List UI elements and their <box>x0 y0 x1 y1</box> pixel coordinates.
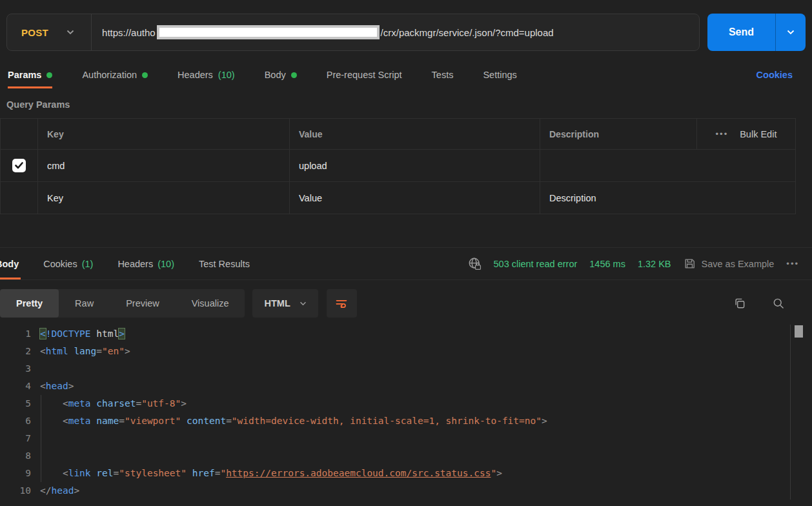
method-label: POST <box>21 27 48 38</box>
search-icon[interactable] <box>772 297 785 310</box>
code-line: 1<!DOCTYPE html> <box>0 325 812 343</box>
tab-label: Authorization <box>82 70 137 80</box>
green-dot-icon <box>291 72 297 78</box>
param-checkbox-cell <box>1 182 38 214</box>
url-container: POST https://autho /crx/packmgr/service/… <box>6 14 700 51</box>
response-body-editor[interactable]: 1<!DOCTYPE html>2<html lang="en">34<head… <box>0 323 812 500</box>
save-as-example-button[interactable]: Save as Example <box>684 258 775 270</box>
send-button-group: Send <box>707 14 806 51</box>
params-menu-icon[interactable]: ••• <box>716 129 729 139</box>
line-number: 6 <box>0 412 31 430</box>
new-key-input[interactable]: Key <box>38 182 290 214</box>
tab-settings[interactable]: Settings <box>483 61 516 88</box>
tab-count: (10) <box>157 259 174 269</box>
code-line: 5 <meta charset="utf-8"> <box>0 395 812 412</box>
response-tabs: Body Cookies (1) Headers (10) Test Resul… <box>0 248 250 279</box>
green-dot-icon <box>46 72 52 78</box>
bulk-edit-button[interactable]: Bulk Edit <box>740 129 776 139</box>
code-line: 6 <meta name="viewport" content="width=d… <box>0 412 812 430</box>
response-panel: Body Cookies (1) Headers (10) Test Resul… <box>0 247 812 500</box>
response-tab-cookies[interactable]: Cookies (1) <box>43 248 93 279</box>
param-key-input[interactable]: cmd <box>38 150 290 182</box>
tab-pre-request-script[interactable]: Pre-request Script <box>327 61 402 88</box>
response-tab-headers[interactable]: Headers (10) <box>117 248 174 279</box>
redaction-box <box>157 25 380 39</box>
value-column-header: Value <box>290 119 540 150</box>
line-number: 5 <box>0 395 31 412</box>
send-button[interactable]: Send <box>707 14 775 51</box>
query-params-title: Query Params <box>6 99 812 110</box>
response-tab-body[interactable]: Body <box>0 248 19 279</box>
line-number: 7 <box>0 430 31 447</box>
green-dot-icon <box>142 72 148 78</box>
response-meta-bar: Body Cookies (1) Headers (10) Test Resul… <box>0 248 812 280</box>
cookies-link[interactable]: Cookies <box>756 70 793 80</box>
line-number: 2 <box>0 343 31 360</box>
scrollbar-thumb[interactable] <box>795 325 803 338</box>
save-as-example-label: Save as Example <box>702 259 775 269</box>
request-bar: POST https://autho /crx/packmgr/service/… <box>0 0 812 61</box>
view-tab-pretty[interactable]: Pretty <box>0 289 59 318</box>
code-tools <box>733 297 799 310</box>
param-value-input[interactable]: upload <box>290 150 540 182</box>
code-line: 10</head> <box>0 482 812 500</box>
wrap-lines-icon <box>335 297 348 310</box>
tab-label: Pre-request Script <box>327 70 402 80</box>
scrollbar-track <box>790 325 791 500</box>
param-checkbox-cell <box>1 150 38 182</box>
description-column-header: Description <box>540 119 697 150</box>
tab-params[interactable]: Params <box>8 61 52 88</box>
tab-label: Headers <box>117 259 153 269</box>
code-line: 2<html lang="en"> <box>0 343 812 360</box>
send-label: Send <box>729 26 754 38</box>
format-select[interactable]: HTML <box>252 289 318 318</box>
tab-label: Headers <box>178 70 213 80</box>
view-tab-raw[interactable]: Raw <box>59 289 110 318</box>
table-row: cmd upload <box>1 150 796 182</box>
response-more-icon[interactable]: ••• <box>786 259 799 268</box>
response-tab-test-results[interactable]: Test Results <box>199 248 250 279</box>
url-input[interactable]: https://autho /crx/packmgr/service/.json… <box>92 25 699 39</box>
line-number: 9 <box>0 465 31 482</box>
param-checkbox-checked[interactable] <box>12 159 26 172</box>
tab-label: Body <box>0 259 19 269</box>
tab-label: Test Results <box>199 259 250 269</box>
copy-icon[interactable] <box>733 297 746 310</box>
tab-label: Cookies <box>43 259 77 269</box>
param-description-input[interactable] <box>540 150 796 182</box>
format-label: HTML <box>264 298 290 309</box>
send-options-button[interactable] <box>775 14 806 51</box>
view-tab-visualize[interactable]: Visualize <box>176 289 245 318</box>
code-line: 4<head> <box>0 378 812 395</box>
tab-label: Settings <box>483 70 516 80</box>
url-prefix: https://autho <box>102 27 156 38</box>
tab-count: (10) <box>218 70 235 80</box>
line-number: 1 <box>0 325 31 343</box>
tab-tests[interactable]: Tests <box>432 61 454 88</box>
code-line: 7 <box>0 430 812 447</box>
code-line: 9 <link rel="stylesheet" href="https://e… <box>0 465 812 482</box>
chevron-down-icon <box>299 301 307 306</box>
method-selector[interactable]: POST <box>7 27 91 38</box>
code-line: 8 <box>0 447 812 465</box>
response-status-bar: 503 client read error 1456 ms 1.32 KB Sa… <box>468 248 799 279</box>
code-line: 3 <box>0 360 812 378</box>
network-globe-lock-icon[interactable] <box>468 257 482 270</box>
new-value-input[interactable]: Value <box>290 182 540 214</box>
tab-body[interactable]: Body <box>265 61 297 88</box>
new-description-input[interactable]: Description <box>540 182 796 214</box>
status-badge[interactable]: 503 client read error <box>494 259 578 269</box>
tab-authorization[interactable]: Authorization <box>82 61 148 88</box>
wrap-lines-button[interactable] <box>327 289 357 318</box>
key-column-header: Key <box>38 119 290 150</box>
tab-headers[interactable]: Headers (10) <box>178 61 235 88</box>
checkbox-column-header <box>1 119 38 150</box>
view-mode-segment: Pretty Raw Preview Visualize <box>0 289 245 318</box>
response-view-bar: Pretty Raw Preview Visualize HTML <box>0 289 799 318</box>
bulk-edit-header: ••• Bulk Edit <box>697 119 796 150</box>
response-size[interactable]: 1.32 KB <box>638 259 671 269</box>
tab-count: (1) <box>82 259 94 269</box>
view-tab-preview[interactable]: Preview <box>110 289 176 318</box>
response-time[interactable]: 1456 ms <box>589 259 625 269</box>
line-number: 8 <box>0 447 31 465</box>
